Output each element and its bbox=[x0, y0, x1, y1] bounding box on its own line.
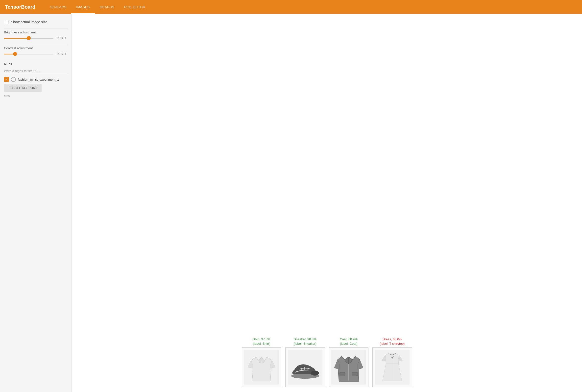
svg-rect-17 bbox=[352, 372, 358, 376]
contrast-section: Contrast adjustment RESET bbox=[4, 46, 68, 56]
runs-label: Runs bbox=[4, 62, 68, 66]
tab-projector[interactable]: PROJECTOR bbox=[119, 0, 150, 14]
caption-line1-0: Shirt, 37.3% bbox=[253, 337, 270, 342]
runs-footer: runs bbox=[4, 94, 68, 98]
tab-graphs[interactable]: GRAPHS bbox=[95, 0, 119, 14]
contrast-slider[interactable] bbox=[4, 54, 54, 54]
run-color-circle[interactable] bbox=[11, 77, 16, 82]
coat-image bbox=[331, 350, 366, 384]
tab-scalars[interactable]: SCALARS bbox=[45, 0, 71, 14]
contrast-reset-button[interactable]: RESET bbox=[56, 52, 68, 56]
divider-2 bbox=[4, 44, 68, 44]
caption-line1-1: Sneaker, 98.8% bbox=[294, 337, 316, 342]
image-card-1: Sneaker, 98.8% (label: Sneaker) bbox=[285, 337, 325, 387]
svg-rect-16 bbox=[340, 372, 345, 376]
image-card-3: Dress, 66.0% (label: T-shirt/top) bbox=[372, 337, 412, 387]
caption-line2-2: (label: Coat) bbox=[340, 342, 358, 346]
image-caption-2: Coat, 68.9% (label: Coat) bbox=[340, 337, 358, 346]
image-caption-3: Dress, 66.0% (label: T-shirt/top) bbox=[380, 337, 405, 346]
run-checkbox-check-icon: ✓ bbox=[5, 78, 8, 81]
divider-1 bbox=[4, 28, 68, 28]
logo: TensorBoard bbox=[5, 4, 36, 10]
image-card-0: Shirt, 37.3% (label: Shirt) bbox=[242, 337, 281, 387]
toggle-all-runs-button[interactable]: TOGGLE ALL RUNS bbox=[4, 84, 42, 92]
image-frame-1 bbox=[285, 348, 325, 387]
tab-images[interactable]: IMAGES bbox=[71, 0, 94, 14]
layout: Show actual image size Brightness adjust… bbox=[0, 14, 582, 392]
main-content: Shirt, 37.3% (label: Shirt) bbox=[72, 14, 582, 392]
caption-line2-3: (label: T-shirt/top) bbox=[380, 342, 405, 346]
image-frame-3 bbox=[372, 348, 412, 387]
brightness-section: Brightness adjustment RESET bbox=[4, 30, 68, 40]
shirt-image bbox=[244, 350, 279, 384]
run-item: ✓ fashion_mnist_experiment_1 bbox=[4, 77, 68, 82]
image-frame-0 bbox=[242, 348, 281, 387]
contrast-slider-row: RESET bbox=[4, 52, 68, 56]
runs-filter-input[interactable] bbox=[4, 68, 68, 74]
header: TensorBoard SCALARS IMAGES GRAPHS PROJEC… bbox=[0, 0, 582, 14]
show-actual-size-checkbox[interactable] bbox=[4, 20, 8, 24]
contrast-slider-container: RESET bbox=[4, 52, 68, 56]
brightness-label: Brightness adjustment bbox=[4, 30, 68, 34]
dress-image bbox=[375, 350, 410, 384]
images-row: Shirt, 37.3% (label: Shirt) bbox=[242, 337, 412, 387]
nav-tabs: SCALARS IMAGES GRAPHS PROJECTOR bbox=[45, 0, 150, 14]
show-actual-size-label: Show actual image size bbox=[11, 20, 47, 24]
caption-line1-3: Dress, 66.0% bbox=[380, 337, 405, 342]
brightness-slider-container: RESET bbox=[4, 36, 68, 40]
sidebar: Show actual image size Brightness adjust… bbox=[0, 14, 72, 392]
brightness-reset-button[interactable]: RESET bbox=[56, 36, 68, 40]
contrast-label: Contrast adjustment bbox=[4, 46, 68, 50]
image-caption-1: Sneaker, 98.8% (label: Sneaker) bbox=[294, 337, 316, 346]
runs-section: Runs ✓ fashion_mnist_experiment_1 TOGGLE… bbox=[4, 62, 68, 98]
image-caption-0: Shirt, 37.3% (label: Shirt) bbox=[253, 337, 270, 346]
show-actual-size-section: Show actual image size bbox=[4, 18, 68, 26]
brightness-slider[interactable] bbox=[4, 38, 54, 38]
image-frame-2 bbox=[329, 348, 368, 387]
sneaker-image bbox=[288, 350, 322, 384]
run-checkbox[interactable]: ✓ bbox=[4, 77, 9, 82]
divider-3 bbox=[4, 60, 68, 60]
caption-line1-2: Coat, 68.9% bbox=[340, 337, 358, 342]
run-name-label: fashion_mnist_experiment_1 bbox=[18, 78, 59, 82]
brightness-slider-row: RESET bbox=[4, 36, 68, 40]
svg-point-7 bbox=[310, 371, 319, 376]
image-card-2: Coat, 68.9% (label: Coat) bbox=[329, 337, 368, 387]
caption-line2-1: (label: Sneaker) bbox=[294, 342, 316, 346]
show-actual-size-row: Show actual image size bbox=[4, 18, 68, 26]
caption-line2-0: (label: Shirt) bbox=[253, 342, 270, 346]
